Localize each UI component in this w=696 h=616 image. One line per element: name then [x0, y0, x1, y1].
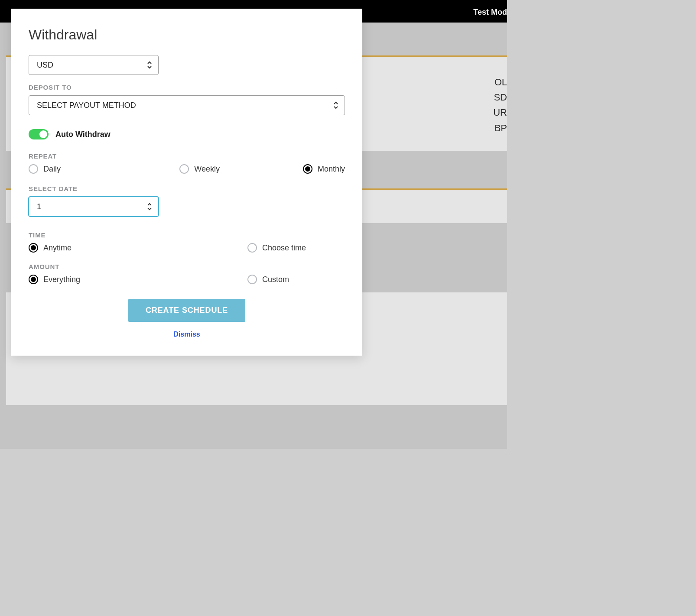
- repeat-option-weekly[interactable]: Weekly: [134, 164, 239, 174]
- radio-icon: [303, 164, 312, 174]
- updown-chevron-icon: [333, 101, 338, 109]
- radio-icon: [29, 164, 38, 174]
- app-viewport: Test Mod OL SD UR BP Withdrawal USD DEPO…: [0, 0, 507, 449]
- radio-label: Monthly: [318, 165, 345, 174]
- time-option-anytime[interactable]: Anytime: [29, 243, 187, 253]
- radio-icon: [247, 275, 257, 284]
- radio-label: Anytime: [43, 243, 72, 253]
- time-radio-group: Anytime Choose time: [29, 243, 345, 253]
- withdrawal-modal: Withdrawal USD DEPOSIT TO SELECT PAYOUT …: [11, 9, 362, 356]
- deposit-to-select[interactable]: SELECT PAYOUT METHOD: [29, 95, 345, 115]
- modal-title: Withdrawal: [29, 27, 345, 43]
- create-schedule-button[interactable]: CREATE SCHEDULE: [128, 299, 245, 322]
- select-date-label: SELECT DATE: [29, 185, 345, 192]
- radio-icon: [29, 243, 38, 253]
- dismiss-link[interactable]: Dismiss: [173, 331, 200, 338]
- radio-label: Custom: [262, 275, 289, 284]
- time-label: TIME: [29, 231, 345, 239]
- amount-radio-group: Everything Custom: [29, 275, 345, 284]
- amount-option-everything[interactable]: Everything: [29, 275, 187, 284]
- currency-select-value: USD: [37, 61, 53, 70]
- radio-label: Everything: [43, 275, 80, 284]
- radio-icon: [29, 275, 38, 284]
- time-option-choose[interactable]: Choose time: [187, 243, 345, 253]
- radio-label: Choose time: [262, 243, 306, 253]
- radio-label: Daily: [43, 165, 61, 174]
- repeat-option-daily[interactable]: Daily: [29, 164, 134, 174]
- modal-actions: CREATE SCHEDULE Dismiss: [29, 299, 345, 338]
- currency-select[interactable]: USD: [29, 55, 159, 75]
- repeat-radio-group: Daily Weekly Monthly: [29, 164, 345, 174]
- repeat-option-monthly[interactable]: Monthly: [240, 164, 345, 174]
- deposit-to-select-value: SELECT PAYOUT METHOD: [37, 101, 136, 110]
- updown-chevron-icon: [147, 203, 152, 211]
- deposit-to-label: DEPOSIT TO: [29, 84, 345, 91]
- updown-chevron-icon: [147, 61, 152, 69]
- amount-option-custom[interactable]: Custom: [187, 275, 345, 284]
- amount-label: AMOUNT: [29, 263, 345, 270]
- radio-icon: [247, 243, 257, 253]
- radio-label: Weekly: [194, 165, 220, 174]
- repeat-label: REPEAT: [29, 152, 345, 160]
- auto-withdraw-toggle[interactable]: [29, 129, 49, 139]
- select-date-value: 1: [37, 202, 41, 211]
- radio-icon: [179, 164, 189, 174]
- auto-withdraw-label: Auto Withdraw: [55, 130, 111, 139]
- select-date-select[interactable]: 1: [29, 197, 159, 217]
